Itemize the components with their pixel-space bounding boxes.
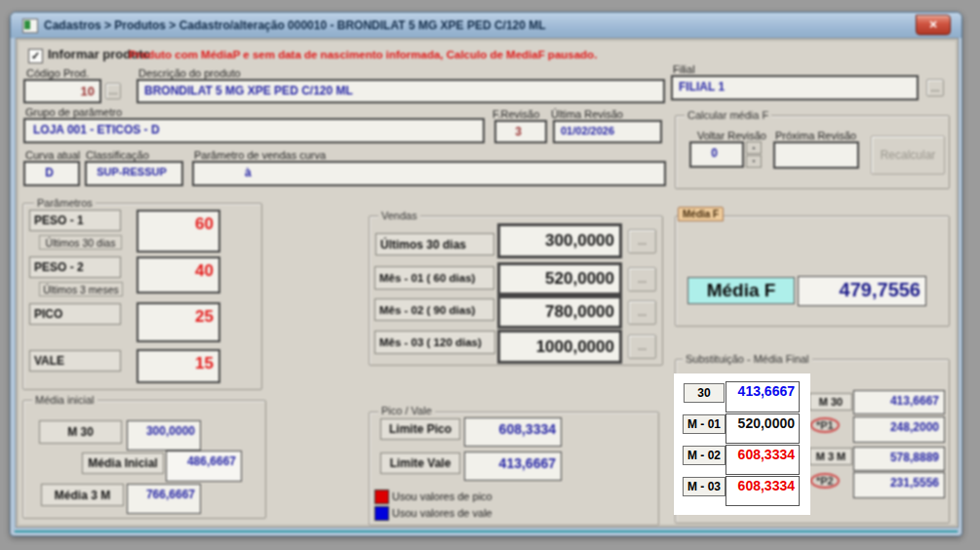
- vendas-row3-label: Mês - 02 ( 90 dias): [374, 298, 494, 321]
- peso1-label: PESO - 1: [29, 210, 121, 231]
- sub-m3m-field[interactable]: 578,8889: [853, 447, 945, 471]
- media-3m-value: 766,6667: [128, 485, 200, 501]
- sub-p2-label: *P2: [810, 473, 840, 489]
- frevisao-label: F.Revisão: [492, 108, 539, 120]
- window-bottom-line: [15, 530, 958, 532]
- vendas-row2-field[interactable]: 520,0000: [497, 262, 622, 295]
- codigo-browse-button[interactable]: ...: [105, 83, 121, 99]
- classificacao-label: Classificação: [86, 149, 149, 161]
- m30-field[interactable]: 300,0000: [127, 420, 201, 451]
- proxima-revisao-field[interactable]: [773, 141, 859, 169]
- sub-m03-field[interactable]: 608,3334: [725, 476, 800, 506]
- descricao-field[interactable]: BRONDILAT 5 MG XPE PED C/120 ML: [137, 79, 665, 103]
- desktop: Cadastros > Produtos > Cadastro/alteraçã…: [0, 0, 980, 550]
- classificacao-field[interactable]: SUP-RESSUP: [85, 161, 183, 186]
- media-inicial-field[interactable]: 486,6667: [166, 451, 242, 482]
- frevisao-field[interactable]: 3: [494, 120, 547, 143]
- voltar-revisao-label: Voltar Revisão: [697, 130, 766, 141]
- proxima-revisao-value: [775, 143, 857, 146]
- title-bar[interactable]: Cadastros > Produtos > Cadastro/alteraçã…: [11, 13, 961, 38]
- media-3m-field[interactable]: 766,6667: [127, 484, 201, 514]
- descricao-value: BRONDILAT 5 MG XPE PED C/120 ML: [138, 81, 663, 98]
- sub-m30-field[interactable]: 413,6667: [853, 390, 945, 414]
- pico-vale-title: Pico / Vale: [378, 405, 435, 416]
- limite-vale-field[interactable]: 413,6667: [464, 452, 562, 481]
- substituicao-title: Substituição - Média Final: [683, 353, 812, 365]
- param-vendas-curva-label: Parâmetro de vendas curva: [194, 149, 326, 161]
- ultima-revisao-field[interactable]: 01/02/2026: [553, 120, 662, 143]
- sub-m30-value: 413,6667: [854, 391, 944, 408]
- pico-field[interactable]: 25: [137, 302, 220, 342]
- vendas-row3-field[interactable]: 780,0000: [497, 295, 622, 329]
- vendas-row4-browse-button[interactable]: ...: [628, 334, 656, 359]
- close-icon[interactable]: ✕: [916, 15, 951, 35]
- frevisao-value: 3: [496, 122, 545, 138]
- vendas-row1-field[interactable]: 300,0000: [497, 223, 622, 258]
- vale-field[interactable]: 15: [137, 349, 220, 383]
- app-window: Cadastros > Produtos > Cadastro/alteraçã…: [10, 12, 962, 536]
- sub-m01-label: M - 01: [683, 414, 725, 434]
- m30-value: 300,0000: [128, 421, 200, 438]
- vendas-row2-label: Mês - 01 ( 60 dias): [374, 266, 494, 290]
- proxima-revisao-label: Próxima Revisão: [775, 130, 856, 141]
- media-inicial-title: Média inicial: [32, 394, 98, 406]
- vendas-title: Vendas: [378, 210, 420, 221]
- vale-label: VALE: [29, 350, 121, 372]
- legend-vale-swatch: [374, 506, 389, 521]
- media-f-label: Média F: [687, 277, 795, 304]
- media-f-tab: Média F: [678, 207, 724, 221]
- sub-p2-field[interactable]: 231,5556: [853, 472, 945, 498]
- peso1-field[interactable]: 60: [137, 210, 220, 253]
- grupo-parametro-field[interactable]: LOJA 001 - ETICOS - D: [23, 118, 485, 143]
- param-vendas-curva-field[interactable]: à: [192, 161, 666, 186]
- descricao-label: Descrição do produto: [138, 67, 241, 79]
- spinner-down-icon[interactable]: ▼: [746, 155, 762, 168]
- vendas-row2-browse-button[interactable]: ...: [628, 267, 656, 292]
- m30-label: M 30: [39, 420, 122, 444]
- sub-m02-value: 608,3334: [726, 446, 799, 462]
- window-title: Cadastros > Produtos > Cadastro/alteraçã…: [44, 19, 546, 32]
- sub-30-field[interactable]: 413,6667: [725, 381, 800, 412]
- sub-m03-value: 608,3334: [726, 477, 799, 493]
- ultima-revisao-value: 01/02/2026: [555, 122, 660, 137]
- sub-p2-value: 231,5556: [854, 473, 944, 490]
- recalcular-button[interactable]: Recalcular: [871, 136, 945, 175]
- grupo-parametro-label: Grupo de parâmetro: [25, 106, 122, 118]
- peso1-value: 60: [138, 212, 218, 234]
- informar-produto-checkbox[interactable]: ✓: [28, 49, 43, 63]
- filial-browse-button[interactable]: ...: [926, 79, 944, 97]
- sub-p1-field[interactable]: 248,2000: [853, 416, 945, 443]
- legend-pico-label: Usou valores de pico: [392, 491, 492, 502]
- vendas-row3-browse-button[interactable]: ...: [628, 300, 656, 325]
- vale-value: 15: [138, 351, 218, 373]
- codigo-prod-field[interactable]: 10: [23, 79, 101, 103]
- sub-p1-label: *P1: [810, 417, 840, 433]
- peso2-label: PESO - 2: [29, 256, 121, 278]
- substituicao-highlight-panel: 30 413,6667 M - 01 520,0000 M - 02 608,3…: [674, 373, 810, 515]
- vendas-row1-browse-button[interactable]: ...: [628, 229, 656, 254]
- voltar-revisao-field[interactable]: 0: [689, 141, 744, 168]
- sub-m3m-label: M 3 M: [809, 448, 852, 465]
- legend-pico-swatch: [374, 490, 389, 504]
- sub-m02-field[interactable]: 608,3334: [725, 445, 800, 475]
- vendas-row1-label: Últimos 30 dias: [375, 233, 494, 255]
- param-vendas-curva-value: à: [194, 163, 664, 179]
- vendas-row4-field[interactable]: 1000,0000: [497, 330, 622, 364]
- peso2-field[interactable]: 40: [137, 256, 220, 294]
- codigo-prod-value: 10: [25, 81, 99, 98]
- voltar-revisao-spinner[interactable]: ▲ ▼: [746, 141, 762, 168]
- filial-field[interactable]: FILIAL 1: [671, 75, 919, 100]
- vendas-row2-value: 520,0000: [500, 265, 619, 289]
- peso2-sublabel: Últimos 3 meses: [39, 282, 123, 296]
- limite-pico-value: 608,3334: [465, 418, 561, 437]
- media-inicial-label: Média Inicial: [82, 452, 164, 474]
- curva-atual-value: D: [25, 163, 78, 179]
- curva-atual-label: Curva atual: [25, 149, 80, 161]
- sub-m01-field[interactable]: 520,0000: [725, 413, 800, 444]
- filial-value: FILIAL 1: [673, 77, 917, 94]
- spinner-up-icon[interactable]: ▲: [746, 141, 762, 154]
- curva-atual-field[interactable]: D: [23, 161, 80, 186]
- legend-vale-label: Usou valores de vale: [392, 507, 492, 519]
- media-f-field[interactable]: 479,7556: [798, 276, 926, 306]
- limite-pico-field[interactable]: 608,3334: [464, 417, 562, 447]
